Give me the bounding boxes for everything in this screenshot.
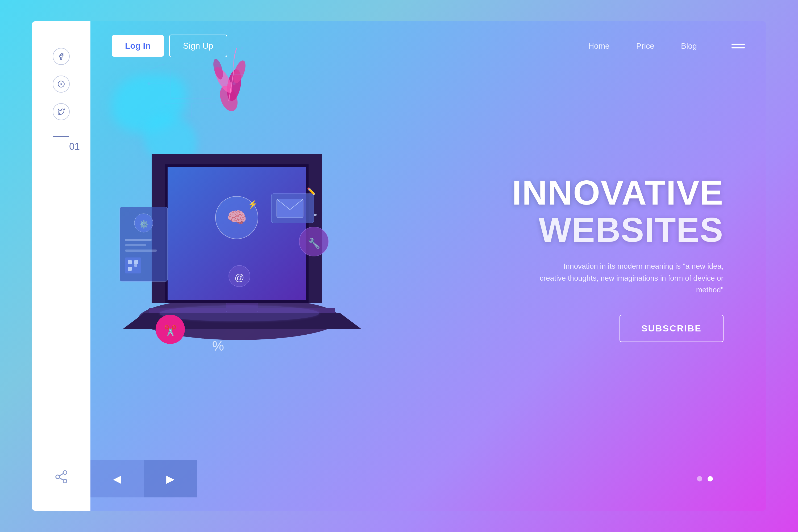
social-icons-group [53,48,70,120]
svg-point-72 [159,305,319,321]
share-icon-container[interactable] [54,470,69,495]
subscribe-button[interactable]: SUBSCRIBE [620,315,723,342]
svg-rect-92 [277,199,303,217]
hamburger-line-1 [732,44,745,45]
svg-rect-85 [125,258,141,273]
signup-button[interactable]: Sign Up [169,35,227,57]
hero-title-sub: WEBSITES [460,212,723,247]
hero-description: Innovation in its modern meaning is "a n… [537,261,723,296]
svg-text:⚡: ⚡ [248,200,258,209]
svg-rect-83 [125,244,146,246]
hero-section: 🧠 ⚡ ⚙️ [91,57,766,460]
illustration-area: 🧠 ⚡ ⚙️ [112,57,460,460]
nav-links: Home Price Blog [588,41,745,51]
svg-rect-82 [125,239,152,241]
hero-title-main: INNOVATIVE [460,175,723,210]
main-frame: 01 [32,21,766,511]
slide-dot-1[interactable] [697,476,702,481]
svg-text:⚙️: ⚙️ [139,220,148,229]
hamburger-line-2 [732,47,745,49]
bottom-controls: ◀ ▶ [91,460,766,511]
nav-home[interactable]: Home [588,41,610,51]
main-content: Log In Sign Up Home Price Blog [91,21,766,511]
header: Log In Sign Up Home Price Blog [91,21,766,57]
svg-rect-88 [128,267,132,271]
twitter-icon[interactable] [53,103,70,120]
svg-line-5 [59,478,63,480]
sidebar: 01 [32,21,91,511]
svg-rect-89 [134,264,137,267]
slide-dots [697,476,713,481]
svg-point-2 [63,471,67,475]
nav-arrows: ◀ ▶ [91,460,197,497]
svg-text:@: @ [234,272,244,283]
slide-dot-2[interactable] [707,476,713,481]
nav-price[interactable]: Price [636,41,654,51]
slide-number: 01 [69,141,80,152]
svg-text:%: % [212,339,224,354]
sidebar-divider [53,136,69,137]
login-button[interactable]: Log In [112,35,164,57]
svg-rect-84 [125,249,157,252]
svg-text:🔧: 🔧 [308,237,321,249]
share-icon [54,470,69,484]
svg-line-6 [59,474,63,476]
prev-arrow-icon: ◀ [113,473,121,485]
next-arrow[interactable]: ▶ [144,460,197,497]
hero-text: INNOVATIVE WEBSITES Innovation in its mo… [460,175,745,342]
svg-rect-86 [128,260,132,264]
youtube-icon[interactable] [53,76,70,93]
svg-text:✂️: ✂️ [164,324,177,337]
hamburger-menu[interactable] [732,44,745,49]
facebook-icon[interactable] [53,48,70,65]
prev-arrow[interactable]: ◀ [91,460,144,497]
laptop-illustration: 🧠 ⚡ ⚙️ [91,127,383,366]
nav-blog[interactable]: Blog [681,41,697,51]
svg-text:🧠: 🧠 [227,208,247,227]
next-arrow-icon: ▶ [166,473,174,485]
svg-text:✏️: ✏️ [307,187,316,195]
svg-marker-1 [61,83,62,85]
svg-rect-87 [134,260,138,264]
svg-point-3 [56,475,59,479]
svg-point-4 [63,479,67,483]
